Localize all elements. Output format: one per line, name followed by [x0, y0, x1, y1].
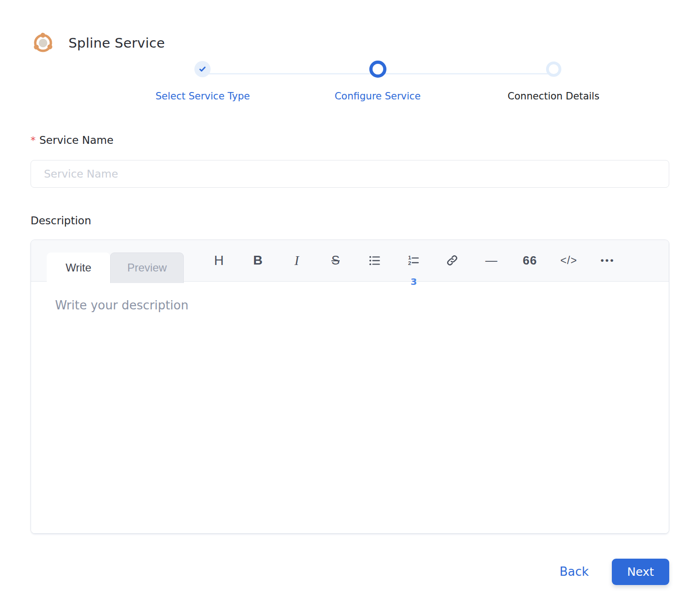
step-select-service-type[interactable]: Select Service Type [156, 60, 250, 102]
description-label: Description [31, 215, 669, 227]
step-upcoming-ring-icon [546, 62, 561, 77]
description-textarea[interactable] [31, 282, 669, 534]
next-button[interactable]: Next [612, 559, 669, 585]
italic-button[interactable]: I [286, 249, 308, 271]
bold-button[interactable]: B [247, 249, 269, 271]
step-configure-service[interactable]: Configure Service [335, 60, 421, 102]
step-label-connection-details: Connection Details [508, 91, 599, 102]
service-name-label: * Service Name [31, 134, 669, 148]
wizard-stepper: Select Service Type Configure Service Co… [31, 60, 669, 111]
tab-preview[interactable]: Preview [110, 253, 184, 283]
editor-toolbar: H B I S [208, 240, 619, 281]
spline-service-logo-icon [31, 31, 56, 55]
editor-tabs: Write Preview [47, 253, 184, 283]
tab-write[interactable]: Write [47, 253, 110, 283]
description-label-text: Description [31, 215, 91, 227]
step-completed-check-icon [194, 61, 211, 77]
wizard-footer-actions: Back Next [31, 559, 669, 585]
unordered-list-button[interactable] [363, 249, 386, 271]
ordered-list-button[interactable]: 1 2 [402, 249, 424, 271]
required-asterisk: * [31, 134, 36, 148]
heading-button[interactable]: H [208, 249, 230, 271]
svg-text:2: 2 [408, 259, 411, 266]
page-header: Spline Service [31, 0, 669, 55]
step-active-ring-icon [369, 61, 386, 78]
step-connection-details[interactable]: Connection Details [508, 60, 599, 102]
strikethrough-button[interactable]: S [324, 249, 347, 271]
service-name-input[interactable] [31, 160, 669, 188]
description-markdown-editor: Write Preview H B I S [31, 240, 669, 534]
page-title: Spline Service [68, 35, 165, 51]
configure-service-page: Spline Service Select Service Type [0, 0, 697, 616]
editor-write-area [31, 282, 669, 534]
code-button[interactable]: </> [558, 249, 580, 271]
service-name-label-text: Service Name [39, 134, 113, 146]
step-label-configure-service: Configure Service [335, 91, 421, 102]
link-button[interactable] [441, 249, 463, 271]
clipped-ordered-list-badge: 3 [411, 277, 417, 286]
editor-toolbar-header: Write Preview H B I S [31, 240, 669, 282]
quote-button[interactable]: 66 [519, 249, 541, 271]
horizontal-rule-button[interactable]: — [480, 249, 502, 271]
back-button[interactable]: Back [560, 565, 589, 579]
step-label-select-service-type: Select Service Type [156, 91, 250, 102]
more-options-button[interactable]: ••• [597, 249, 619, 271]
